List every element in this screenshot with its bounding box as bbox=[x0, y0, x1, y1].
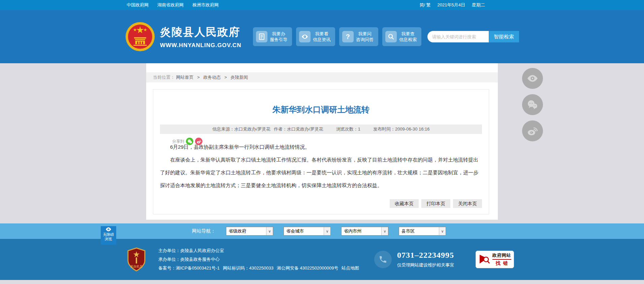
select-value: 省级政府 bbox=[226, 228, 266, 234]
meta-views-label: 浏览次数： bbox=[336, 127, 358, 132]
footer-phone-note: 仅受理网站建设维护相关事宜 bbox=[397, 262, 454, 268]
national-emblem-icon bbox=[125, 22, 155, 52]
article-meta-bar: 信息来源：水口党政办/罗灵花作者：水口党政办/罗灵花浏览次数：1发布时间：200… bbox=[160, 125, 482, 134]
chevron-down-icon: ∨ bbox=[381, 227, 388, 235]
meta-author-value: 水口党政办/罗灵花 bbox=[287, 127, 323, 132]
accessibility-label-line2: 浏览 bbox=[101, 237, 116, 241]
select-value: 县市区 bbox=[399, 228, 439, 234]
question-icon: ? bbox=[342, 31, 354, 42]
article-paragraph: 6月29日，县政协副主席朱新华一行到水口调研土地流转情况。 bbox=[160, 141, 482, 153]
footer-record-line: 备案号：湘ICP备05003421号-1 网站标识码：4302250033 湘公… bbox=[158, 264, 359, 273]
service-shortcuts: 我要办服务引导 我要看信息资讯 ? 我要问咨询问答 bbox=[253, 27, 421, 46]
footer-phone-block: 0731–22234995 仅受理网站建设维护相关事宜 bbox=[374, 251, 454, 268]
footer-undertaker-line: 承办单位：炎陵县政务服务中心 bbox=[158, 255, 359, 264]
breadcrumb-separator: > bbox=[197, 75, 200, 80]
search-icon bbox=[385, 31, 397, 42]
accessibility-eye-button[interactable] bbox=[522, 68, 543, 89]
site-header: 炎陵县人民政府 WWW.HNYANLING.GOV.CN 我要办服务引导 bbox=[0, 10, 644, 63]
site-url: WWW.HNYANLING.GOV.CN bbox=[160, 42, 242, 49]
site-brand[interactable]: 炎陵县人民政府 WWW.HNYANLING.GOV.CN bbox=[125, 22, 242, 52]
accessibility-browse-button[interactable]: 无障碍 浏览 bbox=[101, 226, 116, 245]
current-date: 2021年5月4日 bbox=[438, 2, 465, 8]
eye-icon bbox=[527, 74, 538, 82]
meta-time-label: 发布时间： bbox=[373, 127, 395, 132]
breadcrumb-separator: > bbox=[224, 75, 227, 80]
meta-time-value: 2009-06-30 16:16 bbox=[395, 127, 430, 132]
service-search-label: 我要查信息检索 bbox=[397, 31, 419, 42]
error-box-line2: 找错 bbox=[492, 260, 511, 267]
chevron-down-icon: ∨ bbox=[324, 227, 330, 235]
select-capital-cities[interactable]: 省会城市 ∨ bbox=[284, 227, 331, 236]
footer-phone-number: 0731–22234995 bbox=[397, 251, 454, 260]
footer-organizer-line: 主办单位：炎陵县人民政府办公室 bbox=[158, 246, 359, 255]
wechat-share-button[interactable] bbox=[522, 94, 543, 115]
article-body: 6月29日，县政协副主席朱新华一行到水口调研土地流转情况。 在座谈会上，朱新华认… bbox=[160, 141, 482, 192]
document-icon bbox=[256, 31, 267, 42]
article-card: 朱新华到水口调研土地流转 信息来源：水口党政办/罗灵花作者：水口党政办/罗灵花浏… bbox=[153, 89, 489, 214]
site-nav-label: 网站导航： bbox=[192, 228, 216, 234]
floating-sidebar bbox=[522, 68, 543, 141]
print-page-button[interactable]: 打印本页 bbox=[421, 199, 450, 208]
police-record-link[interactable]: 湘公网安备 43022502000009号 bbox=[277, 265, 339, 271]
select-value: 省会城市 bbox=[284, 228, 324, 234]
report-website-error-button[interactable]: 政府网站 找错 bbox=[476, 251, 514, 268]
article-paragraph: 在座谈会上，朱新华认真听取了水口镇土地流转工作情况汇报。各村代表纷纷发言，反映了… bbox=[160, 153, 482, 192]
find-error-icon bbox=[479, 254, 490, 265]
icp-link: 网站标识码：4302250033 bbox=[223, 265, 273, 271]
breadcrumb-news-section[interactable]: 政务动态 bbox=[203, 75, 221, 80]
divider-strip bbox=[0, 220, 644, 223]
favorite-page-button[interactable]: 收藏本页 bbox=[390, 199, 419, 208]
article-actions: 收藏本页 打印本页 关闭本页 bbox=[160, 199, 482, 208]
error-box-line1: 政府网站 bbox=[492, 252, 511, 260]
meta-source-value: 水口党政办/罗灵花 bbox=[234, 127, 270, 132]
link-hunan-gov[interactable]: 湖南省政府网 bbox=[157, 2, 184, 8]
wechat-icon bbox=[527, 100, 538, 110]
meta-author-label: 作者： bbox=[274, 127, 287, 132]
link-zhuzhou-gov[interactable]: 株洲市政府网 bbox=[192, 2, 219, 8]
service-view-label: 我要看信息资讯 bbox=[311, 31, 333, 42]
service-ask-label: 我要问咨询问答 bbox=[354, 31, 376, 42]
main-content-column: 当前位置： 网站首页 > 政务动态 > 炎陵新闻 朱新华到水口调研土地流转 信息… bbox=[146, 63, 498, 220]
footer-info: 主办单位：炎陵县人民政府办公室 承办单位：炎陵县政务服务中心 备案号：湘ICP备… bbox=[158, 246, 359, 273]
meta-source-label: 信息来源： bbox=[212, 127, 234, 132]
meta-views-value: 1 bbox=[358, 127, 360, 132]
share-row: 分享到 bbox=[172, 138, 202, 145]
service-do-button[interactable]: 我要办服务引导 bbox=[253, 27, 292, 46]
breadcrumb-home[interactable]: 网站首页 bbox=[176, 75, 194, 80]
breadcrumb-current[interactable]: 炎陵新闻 bbox=[230, 75, 248, 80]
eye-icon bbox=[105, 227, 111, 232]
current-weekday: 星期二 bbox=[472, 2, 485, 8]
article-title: 朱新华到水口调研土地流转 bbox=[153, 104, 489, 115]
top-utility-bar: 中国政府网 湖南省政府网 株洲市政府网 简/ 繁 2021年5月4日 星期二 bbox=[0, 0, 644, 10]
wechat-icon[interactable] bbox=[186, 138, 193, 145]
select-province-cities[interactable]: 省内市州 ∨ bbox=[341, 227, 388, 236]
chevron-down-icon: ∨ bbox=[266, 227, 273, 235]
service-ask-button[interactable]: ? 我要问咨询问答 bbox=[339, 27, 378, 46]
search-input[interactable] bbox=[427, 31, 489, 42]
gov-links: 中国政府网 湖南省政府网 株洲市政府网 bbox=[127, 2, 219, 8]
breadcrumb: 当前位置： 网站首页 > 政务动态 > 炎陵新闻 bbox=[146, 72, 498, 82]
site-map-link[interactable]: 站点地图 bbox=[342, 265, 359, 271]
phone-icon bbox=[374, 251, 392, 268]
close-page-button[interactable]: 关闭本页 bbox=[453, 199, 482, 208]
site-footer: 党政机关 主办单位：炎陵县人民政府办公室 承办单位：炎陵县政务服务中心 备案号：… bbox=[0, 239, 644, 280]
select-counties[interactable]: 县市区 ∨ bbox=[399, 227, 446, 236]
lang-toggle[interactable]: 简/ 繁 bbox=[419, 2, 430, 8]
chevron-down-icon: ∨ bbox=[439, 227, 446, 235]
share-label: 分享到 bbox=[172, 139, 184, 144]
weibo-share-button[interactable] bbox=[522, 120, 543, 141]
site-nav-bar: 网站导航： 省级政府 ∨ 省会城市 ∨ 省内市州 ∨ 县市区 ∨ bbox=[0, 223, 644, 239]
site-name: 炎陵县人民政府 bbox=[160, 25, 242, 40]
select-value: 省内市州 bbox=[342, 228, 381, 234]
svg-text:党政机关: 党政机关 bbox=[130, 265, 142, 268]
select-provincial-gov[interactable]: 省级政府 ∨ bbox=[226, 227, 273, 236]
service-do-label: 我要办服务引导 bbox=[267, 31, 290, 42]
service-view-button[interactable]: 我要看信息资讯 bbox=[296, 27, 335, 46]
weibo-icon[interactable] bbox=[195, 138, 202, 145]
party-gov-badge-icon[interactable]: 党政机关 bbox=[127, 247, 146, 272]
service-search-button[interactable]: 我要查信息检索 bbox=[382, 27, 421, 46]
eye-icon bbox=[299, 31, 311, 42]
smart-search-button[interactable]: 智能检索 bbox=[489, 31, 519, 42]
site-search: 智能检索 bbox=[427, 31, 519, 42]
link-china-gov[interactable]: 中国政府网 bbox=[127, 2, 149, 8]
